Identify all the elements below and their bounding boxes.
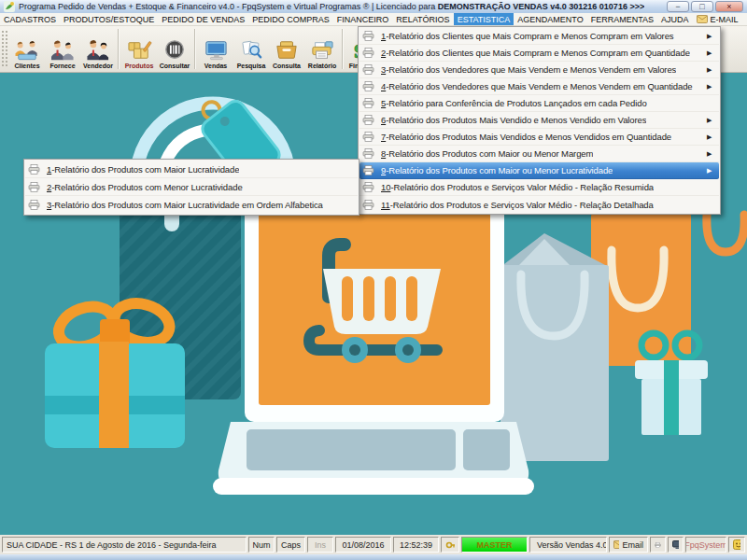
menubar-item[interactable]: PEDIDO COMPRAS xyxy=(248,13,333,25)
menu-item[interactable]: 8-Relatório dos Produtos com Maior ou Me… xyxy=(359,146,719,162)
menubar-item[interactable]: FERRAMENTAS xyxy=(587,13,657,25)
estatistica-dropdown-menu: 1-Relatório dos Clientes que Mais Compra… xyxy=(358,26,721,215)
menu-bar: CADASTROS PRODUTOS/ESTOQUE PEDIDO DE VEN… xyxy=(0,13,747,26)
fornece-icon xyxy=(49,38,77,63)
vendas-icon xyxy=(202,38,230,63)
menubar-item[interactable]: PEDIDO DE VENDAS xyxy=(158,13,248,25)
email-icon xyxy=(613,540,619,549)
submenu-arrow-icon xyxy=(707,167,716,174)
status-time: 12:52:39 xyxy=(393,537,439,553)
minimize-button[interactable]: − xyxy=(667,1,689,12)
status-brand: FpqSystem xyxy=(685,537,726,553)
printer-icon xyxy=(28,164,47,175)
status-caps-lock: Caps xyxy=(276,537,305,553)
printer-icon[interactable] xyxy=(650,537,666,553)
submenu-arrow-icon xyxy=(707,66,716,73)
toolbar-button-consulta[interactable]: Consulta xyxy=(269,26,304,72)
toolbar-separator xyxy=(118,29,120,69)
menu-item[interactable]: 1-Relatório dos Produtos com Maior Lucra… xyxy=(25,161,358,178)
toolbar-button-pesquisa[interactable]: Pesquisa xyxy=(233,26,269,72)
lucratividade-submenu: 1-Relatório dos Produtos com Maior Lucra… xyxy=(23,159,359,216)
printer-icon xyxy=(362,148,381,159)
title-bar: Programa Pedido de Vendas + Estoque & Fi… xyxy=(0,0,747,13)
toolbar-button-clientes[interactable]: Clientes xyxy=(9,26,45,72)
menu-item[interactable]: 1-Relatório dos Clientes que Mais Compra… xyxy=(359,28,719,45)
printer-icon xyxy=(28,182,47,192)
printer-icon xyxy=(362,182,381,192)
toolbar-grip[interactable] xyxy=(1,30,8,68)
printer-icon xyxy=(362,64,381,75)
menu-item[interactable]: 11-Relatório dos Produtos e Serviços Val… xyxy=(359,196,719,213)
menubar-item[interactable]: FINANCEIRO xyxy=(333,13,393,25)
close-button[interactable]: × xyxy=(715,1,743,12)
status-location: SUA CIDADE - RS 1 de Agosto de 2016 - Se… xyxy=(2,537,247,553)
menu-item[interactable]: 6-Relatório dos Produtos Mais Vendido e … xyxy=(359,112,719,129)
toolbar-button-vendas[interactable]: Vendas xyxy=(198,26,233,72)
printer-icon xyxy=(362,81,381,91)
toolbar-separator xyxy=(342,29,344,69)
menu-item[interactable]: 3-Relatório dos Produtos com Maior Lucra… xyxy=(25,196,358,214)
toolbar-button-fornece[interactable]: Fornece xyxy=(45,26,80,72)
printer-icon xyxy=(362,48,381,58)
menu-item[interactable]: 2-Relatório dos Produtos com Menor Lucra… xyxy=(25,178,358,196)
menubar-item[interactable]: RELATÓRIOS xyxy=(392,13,453,25)
laptop-touchpad xyxy=(463,429,510,470)
pesquisa-icon xyxy=(237,38,265,63)
status-bar: SUA CIDADE - RS 1 de Agosto de 2016 - Se… xyxy=(0,535,747,554)
toolbar-separator xyxy=(194,29,196,69)
submenu-arrow-icon xyxy=(707,49,716,56)
printer-icon xyxy=(362,31,381,41)
window-title: Programa Pedido de Vendas + Estoque & Fi… xyxy=(19,2,644,11)
toolbar-button-relatorio[interactable]: Relatório xyxy=(304,26,340,72)
printer-icon xyxy=(362,132,381,142)
toolbar-button-vendedor[interactable]: Vendedor xyxy=(80,26,116,72)
toolbar-button-consultar[interactable]: Consultar xyxy=(157,26,192,72)
menubar-item[interactable]: PRODUTOS/ESTOQUE xyxy=(60,13,158,25)
monitor-icon[interactable] xyxy=(668,537,684,553)
submenu-arrow-icon xyxy=(707,83,716,90)
produtos-icon xyxy=(125,38,153,63)
smiley-icon xyxy=(728,537,745,553)
app-window: Programa Pedido de Vendas + Estoque & Fi… xyxy=(0,0,747,560)
status-email[interactable]: Email xyxy=(609,537,648,553)
printer-icon xyxy=(362,165,381,175)
clientes-icon xyxy=(13,38,41,63)
printer-icon xyxy=(28,200,47,210)
menu-item[interactable]: 4-Relatório dos Vendedores que Mais Vend… xyxy=(359,78,719,95)
submenu-arrow-icon xyxy=(707,117,716,123)
teal-gift-box xyxy=(45,298,185,448)
laptop xyxy=(213,203,534,495)
status-insert: Ins xyxy=(307,537,333,553)
status-master-badge: MASTER xyxy=(461,537,528,553)
printer-icon xyxy=(362,98,381,108)
vendedor-icon xyxy=(84,38,112,63)
menubar-item[interactable]: ESTATISTICA xyxy=(454,13,514,25)
status-date: 01/08/2016 xyxy=(335,537,391,553)
menubar-item[interactable]: E-MAIL xyxy=(693,13,742,25)
maximize-button[interactable]: □ xyxy=(691,1,713,12)
menubar-item[interactable]: AJUDA xyxy=(657,13,693,25)
menu-item[interactable]: 7-Relatório dos Produtos Mais Vendidos e… xyxy=(359,129,719,146)
toolbar-button-produtos[interactable]: Produtos xyxy=(121,26,157,72)
consultar-icon xyxy=(161,38,189,63)
menubar-item[interactable]: CADASTROS xyxy=(0,13,60,25)
submenu-arrow-icon xyxy=(707,133,716,140)
menubar-item[interactable]: AGENDAMENTO xyxy=(514,13,586,25)
key-icon xyxy=(441,537,459,553)
window-bottom-border xyxy=(0,554,747,560)
status-version: Versão Vendas 4.0 xyxy=(529,537,607,553)
menu-item[interactable]: 3-Relatório dos Vendedores que Mais Vend… xyxy=(359,62,719,78)
email-icon xyxy=(697,15,708,23)
menu-item[interactable]: 9-Relatório dos Produtos com Maior ou Me… xyxy=(359,162,719,179)
app-icon xyxy=(4,1,15,12)
menu-item[interactable]: 10-Relatório dos Produtos e Serviços Val… xyxy=(359,179,719,196)
menu-item[interactable]: 2-Relatório dos Clientes que Mais Compra… xyxy=(359,45,719,62)
status-num-lock: Num xyxy=(248,537,275,553)
relatorio-icon xyxy=(308,38,336,63)
printer-icon xyxy=(362,115,381,125)
printer-icon xyxy=(362,200,381,210)
submenu-arrow-icon xyxy=(707,33,716,39)
submenu-arrow-icon xyxy=(707,150,716,157)
laptop-keyboard xyxy=(247,429,456,470)
menu-item[interactable]: 5-Relatório para Conferência de Produtos… xyxy=(359,95,719,112)
